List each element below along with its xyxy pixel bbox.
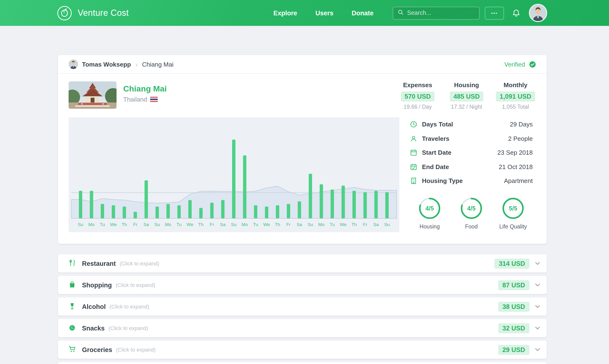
svg-text:We: We (263, 222, 270, 227)
user-avatar[interactable] (529, 4, 547, 22)
calendar-end-icon (410, 163, 417, 170)
alcohol-icon (69, 303, 76, 310)
stat-sub-label: 17.32 / Night (446, 104, 487, 110)
chevron-down-icon (535, 348, 540, 351)
category-row-partial[interactable] (58, 362, 547, 364)
notifications-bell-icon[interactable] (512, 9, 520, 17)
category-row[interactable]: Shopping (Click to expand) 87 USD (58, 276, 547, 294)
destination-card-body: Chiang Mai Thailand Expenses 570 USD 19.… (58, 74, 547, 244)
detail-value: 23 Sep 2018 (498, 149, 533, 156)
category-expand-hint: (Click to expand) (110, 304, 149, 309)
svg-text:Su: Su (384, 222, 390, 227)
nav-item-explore[interactable]: Explore (273, 9, 297, 16)
stat-value-badge: 570 USD (401, 91, 435, 102)
svg-text:4/5: 4/5 (426, 205, 434, 211)
category-label: Alcohol (82, 303, 106, 310)
main-nav: ExploreUsersDonate (273, 9, 374, 16)
svg-text:Tu: Tu (177, 222, 181, 227)
category-row[interactable]: Alcohol (Click to expand) 38 USD (58, 298, 547, 316)
category-label: Shopping (82, 281, 112, 288)
stat-column: Monthly 1,091 USD 1,055 Total (495, 81, 536, 110)
breadcrumb-avatar[interactable] (69, 59, 78, 69)
detail-row: Days Total 29 Days (410, 117, 533, 131)
destination-photo[interactable] (69, 81, 117, 109)
rating-label: Housing (410, 223, 449, 229)
svg-text:We: We (187, 222, 193, 227)
shopping-bag-icon (69, 281, 76, 289)
nav-item-donate[interactable]: Donate (351, 9, 374, 16)
svg-text:Fr: Fr (133, 222, 138, 227)
rating-ring: 5/5 Life Quality (493, 197, 533, 229)
category-amount-badge: 87 USD (498, 280, 529, 290)
brand[interactable]: Venture Cost (56, 5, 129, 21)
user-icon (410, 135, 417, 142)
svg-text:Th: Th (275, 222, 280, 227)
verified-check-icon (529, 61, 536, 68)
rating-ring-icon: 5/5 (502, 213, 525, 221)
nav-item-users[interactable]: Users (315, 9, 333, 16)
svg-text:Su: Su (78, 222, 83, 227)
svg-text:Th: Th (198, 222, 204, 227)
svg-text:Sa: Sa (143, 222, 149, 227)
more-button[interactable]: ⋯ (485, 6, 504, 19)
clock-icon (410, 121, 417, 128)
snacks-icon (69, 324, 76, 332)
category-amount-badge: 314 USD (494, 258, 529, 268)
svg-text:We: We (340, 222, 346, 227)
chevron-down-icon (535, 327, 540, 329)
app-header: Venture Cost ExploreUsersDonate ⋯ (0, 0, 609, 26)
category-row[interactable]: Restaurant (Click to expand) 314 USD (58, 254, 547, 273)
groceries-icon (69, 346, 76, 353)
svg-text:Su: Su (308, 222, 313, 227)
rating-label: Life Quality (493, 223, 533, 229)
detail-value: 29 Days (510, 121, 533, 128)
ratings: 4/5 Housing 4/5 Food 5/5 Life Quality (410, 197, 533, 229)
svg-text:Mo: Mo (241, 222, 248, 227)
svg-text:We: We (110, 222, 117, 227)
category-expand-hint: (Click to expand) (116, 347, 156, 352)
stat-sub-label: 1,055 Total (495, 104, 536, 110)
detail-label: Days Total (422, 121, 453, 128)
chevron-right-icon: › (135, 60, 138, 68)
category-row[interactable]: Groceries (Click to expand) 29 USD (58, 340, 547, 359)
stat-sub-label: 19.66 / Day (397, 104, 438, 110)
category-amount-badge: 32 USD (498, 323, 529, 333)
svg-text:Fr: Fr (286, 222, 291, 227)
svg-text:Su: Su (231, 222, 236, 227)
detail-value: 2 People (508, 135, 533, 142)
category-label: Restaurant (82, 260, 116, 267)
destination-name: Chiang Mai (123, 84, 167, 94)
svg-text:Su: Su (154, 222, 160, 227)
category-expand-hint: (Click to expand) (109, 325, 148, 331)
rating-ring: 4/5 Food (452, 197, 491, 229)
svg-text:Mo: Mo (318, 222, 324, 227)
category-amount-badge: 29 USD (498, 345, 529, 355)
building-icon (410, 177, 417, 185)
category-row[interactable]: Snacks (Click to expand) 32 USD (58, 319, 547, 337)
category-expand-hint: (Click to expand) (116, 282, 155, 288)
expense-categories: Restaurant (Click to expand) 314 USD Sho… (58, 254, 547, 364)
detail-row: Housing Type Apartment (410, 174, 533, 188)
category-amount-badge: 38 USD (498, 301, 529, 312)
rating-ring: 4/5 Housing (410, 197, 449, 229)
detail-label: End Date (422, 163, 449, 170)
category-label: Groceries (82, 346, 112, 353)
svg-text:Th: Th (351, 222, 357, 227)
thailand-flag-icon (150, 97, 158, 102)
rating-ring-icon: 4/5 (460, 213, 483, 221)
detail-row: End Date 21 Oct 2018 (410, 160, 533, 174)
breadcrumb-user-link[interactable]: Tomas Woksepp (82, 61, 131, 68)
page: Venture Cost ExploreUsersDonate ⋯ Tomas … (0, 0, 609, 364)
daily-expenses-chart[interactable]: SuMoTuWeThFrSaSuMoTuWeThFrSaSuMoTuWeThFr… (69, 117, 400, 232)
category-label: Snacks (82, 325, 105, 332)
detail-value: 21 Oct 2018 (499, 163, 533, 170)
svg-text:Tu: Tu (253, 222, 258, 227)
category-expand-hint: (Click to expand) (120, 260, 159, 266)
svg-text:Tu: Tu (330, 222, 335, 227)
verified-label: Verified (504, 61, 525, 68)
destination-country-label: Thailand (123, 96, 147, 103)
svg-text:Sa: Sa (297, 222, 302, 227)
restaurant-icon (69, 260, 76, 267)
search-input[interactable] (407, 10, 475, 16)
search-box[interactable] (393, 6, 480, 19)
